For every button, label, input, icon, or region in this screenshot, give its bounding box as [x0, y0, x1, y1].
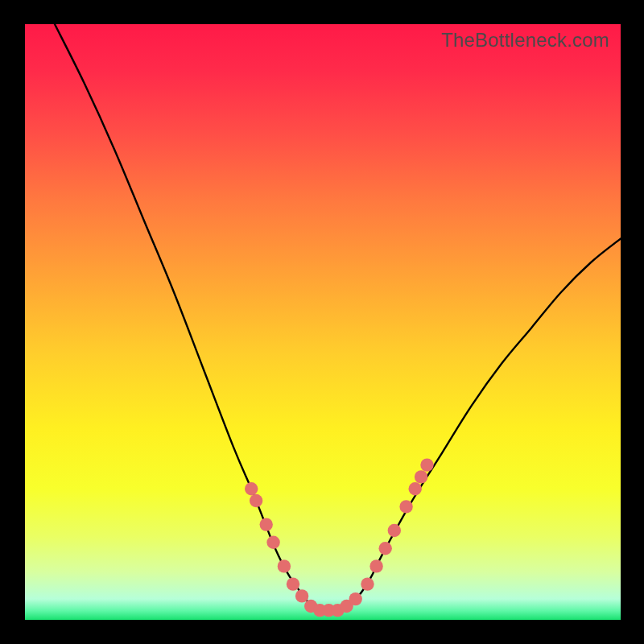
- curve-marker: [250, 494, 262, 507]
- curve-marker: [245, 482, 258, 495]
- curve-marker: [295, 589, 308, 602]
- plot-area: TheBottleneck.com: [25, 24, 621, 620]
- chart-frame: TheBottleneck.com: [0, 0, 644, 644]
- curve-marker: [361, 577, 374, 590]
- curve-marker: [266, 536, 279, 549]
- curve-marker: [399, 500, 412, 513]
- curve-markers: [245, 458, 434, 617]
- curve-layer: [25, 24, 621, 620]
- curve-marker: [409, 482, 422, 495]
- curve-marker: [415, 470, 427, 483]
- curve-marker: [420, 458, 433, 471]
- curve-marker: [260, 518, 273, 530]
- bottleneck-curve: [55, 24, 621, 611]
- curve-marker: [349, 592, 362, 605]
- curve-marker: [379, 542, 392, 555]
- curve-marker: [278, 559, 291, 572]
- curve-marker: [388, 524, 401, 537]
- curve-marker: [287, 577, 299, 590]
- curve-marker: [369, 559, 382, 572]
